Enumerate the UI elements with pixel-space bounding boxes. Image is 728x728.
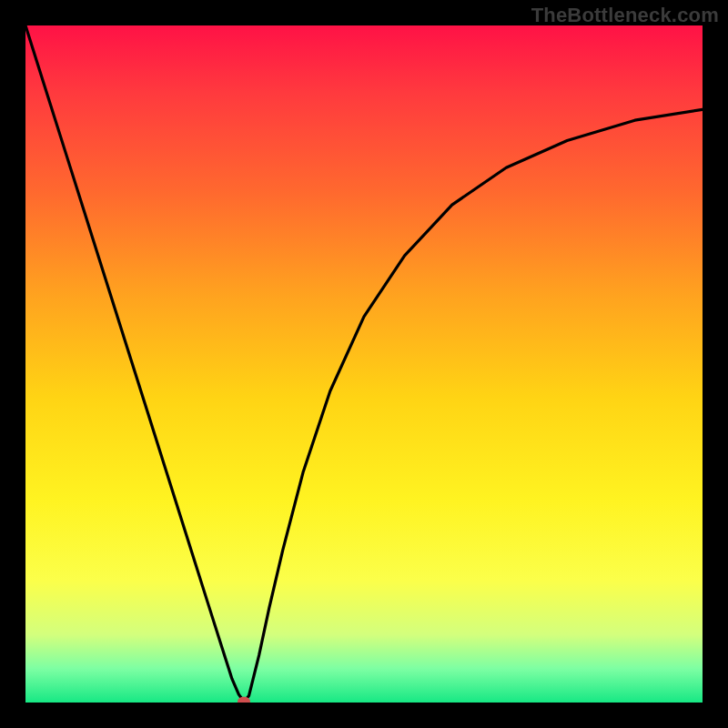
watermark-text: TheBottleneck.com (531, 4, 719, 27)
outer-frame: TheBottleneck.com (0, 0, 728, 728)
plot-area (25, 25, 703, 703)
chart-svg (25, 25, 703, 703)
gradient-background (25, 25, 703, 703)
optimal-point-marker (238, 697, 250, 703)
